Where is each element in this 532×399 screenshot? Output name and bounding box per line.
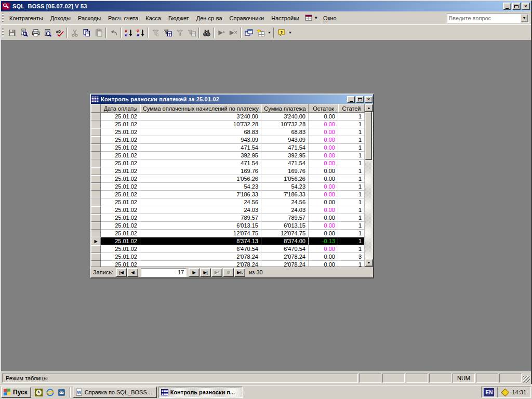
- last-record-button[interactable]: ▶|: [200, 268, 211, 277]
- cell-accrued[interactable]: 24.03: [140, 206, 261, 214]
- first-record-button[interactable]: |◀: [116, 268, 127, 277]
- cell-articles[interactable]: 1: [338, 237, 365, 245]
- cell-accrued[interactable]: 3'240.00: [140, 113, 261, 121]
- print-preview-button[interactable]: [42, 27, 54, 38]
- print-button[interactable]: [30, 27, 42, 38]
- record-selector[interactable]: [91, 214, 101, 222]
- menu-item-window[interactable]: Окно: [320, 14, 340, 23]
- record-selector[interactable]: [91, 261, 101, 267]
- question-dropdown-button[interactable]: ▼: [520, 14, 528, 22]
- cell-articles[interactable]: 1: [338, 206, 365, 214]
- column-header-4[interactable]: Статей: [338, 104, 365, 113]
- cell-rest[interactable]: 0.00: [309, 159, 338, 167]
- record-selector[interactable]: [91, 222, 101, 230]
- cell-date[interactable]: 25.01.02: [101, 198, 140, 206]
- cell-date[interactable]: 25.01.02: [101, 245, 140, 253]
- cell-date[interactable]: 25.01.02: [101, 136, 140, 144]
- cell-payment[interactable]: 943.09: [261, 136, 309, 144]
- cell-rest[interactable]: 0.00: [309, 253, 338, 261]
- cell-rest[interactable]: 0.00: [309, 144, 338, 152]
- cell-date[interactable]: 25.01.02: [101, 183, 140, 191]
- cell-payment[interactable]: 392.95: [261, 152, 309, 159]
- question-input[interactable]: [447, 15, 520, 21]
- cell-accrued[interactable]: 7'186.33: [140, 191, 261, 198]
- column-header-2[interactable]: Сумма платежа: [261, 104, 309, 113]
- cell-payment[interactable]: 2'078.24: [261, 253, 309, 261]
- menu-item-0[interactable]: Контрагенты: [6, 14, 47, 23]
- cell-articles[interactable]: 1: [338, 230, 365, 237]
- help-button[interactable]: ?: [275, 27, 287, 38]
- cell-rest[interactable]: 0.00: [309, 198, 338, 206]
- cell-articles[interactable]: 1: [338, 167, 365, 175]
- cell-rest[interactable]: 0.00: [309, 214, 338, 222]
- cell-articles[interactable]: 1: [338, 198, 365, 206]
- minimize-button[interactable]: [503, 3, 511, 10]
- menu-grip[interactable]: [2, 14, 4, 23]
- cell-accrued[interactable]: 6'470.54: [140, 245, 261, 253]
- cell-date[interactable]: 25.01.02: [101, 253, 140, 261]
- cell-date[interactable]: 25.01.02: [101, 237, 140, 245]
- cell-accrued[interactable]: 68.83: [140, 128, 261, 136]
- cell-payment[interactable]: 10'732.28: [261, 121, 309, 128]
- record-selector[interactable]: [91, 253, 101, 261]
- toolbar-grip[interactable]: [2, 28, 4, 37]
- cell-accrued[interactable]: 943.09: [140, 136, 261, 144]
- apply-filter-button[interactable]: [174, 27, 185, 38]
- sort-desc-button[interactable]: ЯА: [135, 27, 147, 38]
- cell-accrued[interactable]: 169.76: [140, 167, 261, 175]
- help-dropdown-button[interactable]: ▼: [287, 27, 293, 38]
- menu-item-2[interactable]: Расходы: [74, 14, 104, 23]
- task-button-1[interactable]: Контроль разноски п...: [158, 387, 243, 398]
- child-close-button[interactable]: ×: [365, 96, 373, 103]
- new-record-button[interactable]: ▶*: [211, 268, 222, 277]
- cell-rest[interactable]: 0.00: [309, 128, 338, 136]
- cell-rest[interactable]: 0.00: [309, 245, 338, 253]
- cell-payment[interactable]: 54.23: [261, 183, 309, 191]
- menu-item-3[interactable]: Расч. счета: [104, 14, 142, 23]
- new-object-dropdown-button[interactable]: ▼: [267, 27, 272, 38]
- record-selector[interactable]: [91, 128, 101, 136]
- taskbar-clock[interactable]: 14:31: [512, 389, 528, 395]
- cell-articles[interactable]: 1: [338, 222, 365, 230]
- cell-articles[interactable]: 1: [338, 191, 365, 198]
- child-minimize-button[interactable]: [347, 96, 355, 103]
- cell-accrued[interactable]: 789.57: [140, 214, 261, 222]
- record-selector[interactable]: [91, 121, 101, 128]
- menu-item-7[interactable]: Справочники: [226, 14, 268, 23]
- spelling-button[interactable]: аб: [54, 27, 65, 38]
- cell-accrued[interactable]: 471.54: [140, 144, 261, 152]
- cell-date[interactable]: 25.01.02: [101, 167, 140, 175]
- scrollbar-track[interactable]: [365, 112, 373, 259]
- cell-articles[interactable]: 1: [338, 128, 365, 136]
- undo-button[interactable]: [108, 27, 119, 38]
- main-titlebar[interactable]: SQL_BOSS [05.07.02] V 53 ×: [1, 1, 531, 11]
- record-selector[interactable]: ▶: [91, 237, 101, 245]
- cell-payment[interactable]: 471.54: [261, 144, 309, 152]
- cell-date[interactable]: 25.01.02: [101, 230, 140, 237]
- menu-item-6[interactable]: Ден.ср-ва: [193, 14, 226, 23]
- cell-rest[interactable]: 0.00: [309, 175, 338, 183]
- vertical-scrollbar[interactable]: ▲ ▼: [365, 104, 373, 267]
- cell-articles[interactable]: 1: [338, 159, 365, 167]
- cell-date[interactable]: 25.01.02: [101, 222, 140, 230]
- save-button[interactable]: [6, 27, 18, 38]
- copy-button[interactable]: [81, 27, 92, 38]
- cell-rest[interactable]: 0.00: [309, 206, 338, 214]
- record-selector[interactable]: [91, 191, 101, 198]
- cell-payment[interactable]: 24.03: [261, 206, 309, 214]
- record-selector[interactable]: [91, 144, 101, 152]
- cell-articles[interactable]: 1: [338, 214, 365, 222]
- record-selector[interactable]: [91, 152, 101, 159]
- cell-rest[interactable]: 0.00: [309, 261, 338, 267]
- cell-payment[interactable]: 471.54: [261, 159, 309, 167]
- record-selector[interactable]: [91, 245, 101, 253]
- filter-by-form-button[interactable]: [162, 27, 174, 38]
- cell-rest[interactable]: 0.00: [309, 230, 338, 237]
- cell-articles[interactable]: 3: [338, 253, 365, 261]
- cell-accrued[interactable]: 392.95: [140, 152, 261, 159]
- outlook-express-icon[interactable]: [57, 387, 67, 397]
- child-maximize-button[interactable]: [356, 96, 364, 103]
- record-number-input[interactable]: 17: [141, 268, 187, 277]
- record-selector[interactable]: [91, 113, 101, 121]
- cell-date[interactable]: 25.01.02: [101, 128, 140, 136]
